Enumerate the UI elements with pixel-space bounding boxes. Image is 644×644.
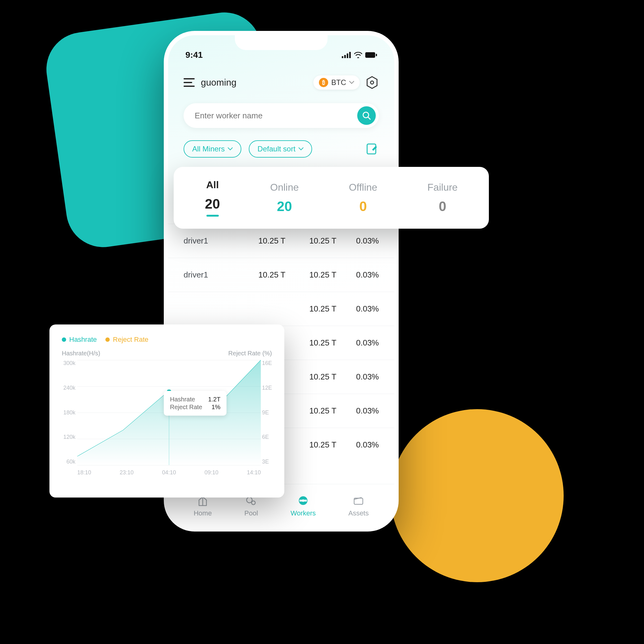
- status-time: 9:41: [185, 50, 203, 60]
- nav-home[interactable]: Home: [194, 494, 212, 517]
- svg-line-9: [368, 117, 370, 119]
- cellular-icon: [342, 52, 351, 58]
- status-bar: 9:41: [168, 48, 394, 62]
- chart-card: Hashrate Reject Rate Hashrate(H/s) Rejec…: [49, 324, 284, 498]
- search-icon: [362, 111, 371, 120]
- settings-button[interactable]: [365, 76, 379, 89]
- svg-rect-4: [365, 52, 375, 58]
- filter-miners-label: All Miners: [192, 145, 225, 153]
- assets-icon: [352, 494, 365, 507]
- svg-marker-6: [367, 77, 377, 88]
- search-bar: [184, 103, 379, 128]
- svg-rect-1: [344, 55, 346, 58]
- chevron-down-icon: [299, 147, 303, 150]
- nav-pool[interactable]: Pool: [244, 494, 258, 517]
- filter-sort-label: Default sort: [257, 145, 295, 153]
- legend-hashrate: Hashrate: [62, 336, 97, 344]
- nav-assets[interactable]: Assets: [348, 494, 369, 517]
- stat-offline[interactable]: Offline0: [349, 182, 377, 214]
- coin-label: BTC: [331, 78, 346, 87]
- svg-point-12: [252, 501, 255, 505]
- svg-point-15: [302, 499, 304, 502]
- stat-all[interactable]: All20: [205, 179, 220, 217]
- chevron-down-icon: [228, 147, 233, 150]
- y-left-title: Hashrate(H/s): [62, 350, 100, 357]
- decorative-blob-yellow: [391, 409, 564, 582]
- table-row[interactable]: driver110.25 T10.25 T0.03%: [168, 258, 394, 292]
- stat-failure[interactable]: Failure0: [427, 182, 458, 214]
- chevron-down-icon: [349, 81, 354, 84]
- battery-icon: [365, 52, 377, 58]
- menu-icon[interactable]: [184, 78, 195, 87]
- wifi-icon: [354, 52, 362, 58]
- filter-sort[interactable]: Default sort: [249, 140, 312, 158]
- workers-icon: [297, 494, 309, 507]
- y-right-title: Reject Rate (%): [228, 350, 272, 357]
- table-row[interactable]: driver110.25 T10.25 T0.03%: [168, 224, 394, 258]
- coin-selector[interactable]: ₿ BTC: [313, 75, 360, 90]
- chart-tooltip: Hashrate1.2T Reject Rate1%: [164, 391, 227, 416]
- stats-summary-card: All20Online20Offline0Failure0: [174, 167, 489, 229]
- filter-miners[interactable]: All Miners: [184, 140, 241, 158]
- search-button[interactable]: [357, 106, 376, 125]
- svg-rect-3: [349, 52, 351, 58]
- legend-reject: Reject Rate: [105, 336, 148, 344]
- stat-online[interactable]: Online20: [270, 182, 299, 214]
- table-row[interactable]: 10.25 T0.03%: [168, 292, 394, 326]
- search-input[interactable]: [195, 111, 357, 121]
- svg-rect-5: [376, 54, 377, 56]
- svg-rect-2: [347, 53, 348, 58]
- svg-point-7: [371, 81, 374, 84]
- username-label: guoming: [201, 77, 236, 88]
- nav-workers[interactable]: Workers: [290, 494, 316, 517]
- edit-filters-button[interactable]: [365, 142, 379, 156]
- svg-rect-0: [342, 56, 343, 58]
- bitcoin-icon: ₿: [319, 78, 328, 87]
